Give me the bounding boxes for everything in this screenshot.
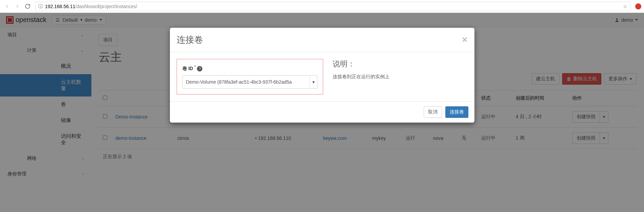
url-bar[interactable]: ⓘ 192.168.56.11/dashboard/project/instan…	[35, 2, 630, 11]
required-asterisk: *	[194, 65, 196, 69]
info-icon: ⓘ	[38, 3, 43, 9]
bookmark-icon[interactable]: ☆	[623, 4, 627, 9]
desc-text: 连接卷到正在运行的实例上	[333, 74, 468, 80]
modal-description: 说明： 连接卷到正在运行的实例上	[333, 59, 468, 94]
forward-icon[interactable]	[13, 2, 22, 11]
select-caret-icon: ▾	[310, 76, 317, 88]
button-label: 取消	[428, 109, 438, 115]
url-text: 192.168.56.11/dashboard/project/instance…	[45, 4, 137, 9]
desc-title: 说明：	[333, 59, 468, 69]
cancel-button[interactable]: 取消	[424, 106, 442, 118]
volume-id-label: 卷 ID	[182, 66, 193, 71]
back-icon[interactable]	[3, 2, 12, 11]
select-value: Demo-Volume (878fa3ef-ac51-4bc3-937f-6b2…	[186, 79, 292, 85]
volume-id-field-group: 卷 ID * ? Demo-Volume (878fa3ef-ac51-4bc3…	[177, 59, 323, 94]
submit-button[interactable]: 连接卷	[445, 106, 468, 118]
volume-id-select[interactable]: Demo-Volume (878fa3ef-ac51-4bc3-937f-6b2…	[182, 75, 317, 89]
modal-title: 连接卷	[177, 34, 462, 46]
button-label: 连接卷	[450, 109, 464, 115]
extension-icon[interactable]	[635, 3, 641, 9]
attach-volume-modal: 连接卷 ✕ 卷 ID * ? Demo-Volume (878fa3ef-ac5…	[170, 28, 474, 123]
browser-toolbar: ⓘ 192.168.56.11/dashboard/project/instan…	[0, 0, 644, 13]
help-icon[interactable]: ?	[197, 66, 202, 71]
close-icon[interactable]: ✕	[462, 36, 468, 44]
reload-icon[interactable]	[23, 2, 32, 11]
